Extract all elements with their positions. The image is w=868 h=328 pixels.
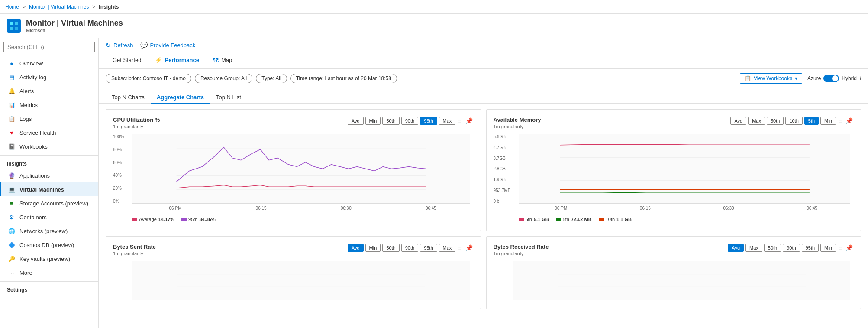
sidebar-label-workbooks: Workbooks xyxy=(19,143,48,150)
sidebar-item-cosmos-db[interactable]: 🔷 Cosmos DB (preview) xyxy=(0,238,98,252)
feedback-label: Provide Feedback xyxy=(150,42,196,49)
map-tab-icon: 🗺 xyxy=(213,57,219,63)
cpu-utilization-chart: CPU Utilization % 1m granularity Avg Min… xyxy=(106,109,481,231)
sent-table-icon[interactable]: ≡ xyxy=(457,244,462,252)
mem-btn-max[interactable]: Max xyxy=(748,117,765,125)
memory-chart-title: Available Memory xyxy=(494,117,541,123)
filter-time-range[interactable]: Time range: Last hour as of 20 Mar 18:58 xyxy=(290,74,397,83)
mem-btn-10th[interactable]: 10th xyxy=(785,117,802,125)
alerts-icon: 🔔 xyxy=(8,88,15,94)
sub-tab-top-n-list[interactable]: Top N List xyxy=(210,91,247,104)
refresh-button[interactable]: ↻ Refresh xyxy=(106,42,133,49)
view-workbooks-button[interactable]: 📋 View Workbooks ▾ xyxy=(740,73,802,84)
cosmos-db-icon: 🔷 xyxy=(8,241,15,248)
sidebar-label-service-health: Service Health xyxy=(19,130,56,136)
breadcrumb-home[interactable]: Home xyxy=(5,4,19,10)
sidebar: ● Overview ▤ Activity log 🔔 Alerts 📊 Met… xyxy=(0,38,99,328)
sub-tab-aggregate-charts[interactable]: Aggregate Charts xyxy=(151,91,210,104)
sidebar-item-service-health[interactable]: ♥ Service Health xyxy=(0,126,98,140)
sidebar-item-overview[interactable]: ● Overview xyxy=(0,56,98,70)
filter-subscription[interactable]: Subscription: Contoso IT - demo xyxy=(106,74,191,83)
bytes-received-controls: Avg Max 50th 90th 95th Min ≡ 📌 xyxy=(728,244,854,252)
sidebar-item-applications[interactable]: 🔮 Applications xyxy=(0,169,98,182)
sidebar-item-logs[interactable]: 📋 Logs xyxy=(0,112,98,126)
cpu-btn-max[interactable]: Max xyxy=(439,117,456,125)
sent-btn-50th[interactable]: 50th xyxy=(382,244,399,252)
memory-x-axis: 06 PM 06:15 06:30 06:45 xyxy=(494,205,854,211)
insights-section-header: Insights xyxy=(0,157,98,169)
page-title: Monitor | Virtual Machines xyxy=(26,19,123,28)
recv-btn-90th[interactable]: 90th xyxy=(783,244,800,252)
cpu-y-axis: 100% 80% 60% 40% 20% 0% xyxy=(113,134,124,204)
cpu-btn-min[interactable]: Min xyxy=(365,117,381,125)
tab-map[interactable]: 🗺 Map xyxy=(206,52,239,68)
bytes-received-svg xyxy=(513,261,851,300)
cpu-btn-95th[interactable]: 95th xyxy=(420,117,437,125)
sidebar-item-networks[interactable]: 🌐 Networks (preview) xyxy=(0,224,98,238)
sent-btn-max[interactable]: Max xyxy=(439,244,456,252)
sent-pin-icon[interactable]: 📌 xyxy=(465,244,474,252)
memory-y-axis: 5.6GB 4.7GB 3.7GB 2.8GB 1.9GB 953.7MB 0 … xyxy=(494,134,511,204)
sidebar-item-workbooks[interactable]: 📓 Workbooks xyxy=(0,140,98,153)
svg-rect-2 xyxy=(15,22,18,25)
azure-hybrid-toggle[interactable] xyxy=(823,75,839,82)
sent-btn-min[interactable]: Min xyxy=(365,244,381,252)
recv-btn-min[interactable]: Min xyxy=(820,244,836,252)
feedback-button[interactable]: 💬 Provide Feedback xyxy=(140,42,196,49)
sidebar-item-activity-log[interactable]: ▤ Activity log xyxy=(0,70,98,84)
sub-tab-top-n-charts[interactable]: Top N Charts xyxy=(106,91,151,104)
refresh-icon: ↻ xyxy=(106,42,111,49)
tab-get-started[interactable]: Get Started xyxy=(106,52,148,68)
bytes-sent-chart: Bytes Sent Rate 1m granularity Avg Min 5… xyxy=(106,236,481,309)
sidebar-search-container xyxy=(0,38,98,56)
toggle-group: Azure Hybrid ℹ xyxy=(807,75,861,82)
cpu-pin-icon[interactable]: 📌 xyxy=(465,117,474,125)
tab-performance-label: Performance xyxy=(165,57,199,63)
bytes-sent-subtitle: 1m granularity xyxy=(113,251,156,256)
svg-rect-4 xyxy=(15,27,18,30)
sidebar-item-more[interactable]: ··· More xyxy=(0,266,98,279)
bytes-received-chart-area xyxy=(513,261,851,302)
storage-accounts-icon: ≡ xyxy=(8,200,15,207)
sent-btn-95th[interactable]: 95th xyxy=(420,244,437,252)
main-content: ↻ Refresh 💬 Provide Feedback Get Started… xyxy=(99,38,868,328)
mem-btn-avg[interactable]: Avg xyxy=(730,117,746,125)
sidebar-item-virtual-machines[interactable]: 💻 Virtual Machines xyxy=(0,182,98,196)
mem-table-icon[interactable]: ≡ xyxy=(838,117,843,125)
mem-pin-icon[interactable]: 📌 xyxy=(845,117,854,125)
applications-icon: 🔮 xyxy=(8,172,15,179)
sidebar-item-metrics[interactable]: 📊 Metrics xyxy=(0,98,98,112)
mem-btn-min[interactable]: Min xyxy=(820,117,836,125)
filter-type[interactable]: Type: All xyxy=(256,74,287,83)
sidebar-item-key-vaults[interactable]: 🔑 Key vaults (preview) xyxy=(0,252,98,266)
sent-btn-avg[interactable]: Avg xyxy=(348,244,364,252)
tab-performance[interactable]: ⚡ Performance xyxy=(148,52,206,68)
breadcrumb-monitor[interactable]: Monitor | Virtual Machines xyxy=(29,4,89,10)
cpu-btn-avg[interactable]: Avg xyxy=(348,117,364,125)
recv-table-icon[interactable]: ≡ xyxy=(838,244,843,252)
cpu-chart-svg xyxy=(132,134,470,204)
sent-btn-90th[interactable]: 90th xyxy=(401,244,418,252)
workbooks-icon: 📓 xyxy=(8,143,15,150)
cpu-btn-50th[interactable]: 50th xyxy=(382,117,399,125)
filter-resource-group[interactable]: Resource Group: All xyxy=(195,74,252,83)
bytes-sent-controls: Avg Min 50th 90th 95th Max ≡ 📌 xyxy=(348,244,474,252)
recv-btn-avg[interactable]: Avg xyxy=(728,244,744,252)
sidebar-divider-insights xyxy=(0,155,98,156)
recv-btn-max[interactable]: Max xyxy=(745,244,762,252)
cpu-btn-90th[interactable]: 90th xyxy=(401,117,418,125)
recv-btn-50th[interactable]: 50th xyxy=(764,244,781,252)
mem-btn-5th[interactable]: 5th xyxy=(804,117,819,125)
search-input[interactable] xyxy=(3,42,95,52)
sidebar-item-storage-accounts[interactable]: ≡ Storage Accounts (preview) xyxy=(0,196,98,210)
cpu-legend-avg: Average 14.17% xyxy=(132,217,174,222)
recv-btn-95th[interactable]: 95th xyxy=(802,244,819,252)
tab-get-started-label: Get Started xyxy=(113,57,141,63)
mem-btn-50th[interactable]: 50th xyxy=(767,117,784,125)
memory-chart: Available Memory 1m granularity Avg Max … xyxy=(486,109,862,231)
sidebar-item-alerts[interactable]: 🔔 Alerts xyxy=(0,84,98,98)
cpu-table-icon[interactable]: ≡ xyxy=(457,117,462,125)
recv-pin-icon[interactable]: 📌 xyxy=(845,244,854,252)
sidebar-item-containers[interactable]: ⚙ Containers xyxy=(0,210,98,224)
mem-10th-color xyxy=(599,218,604,221)
